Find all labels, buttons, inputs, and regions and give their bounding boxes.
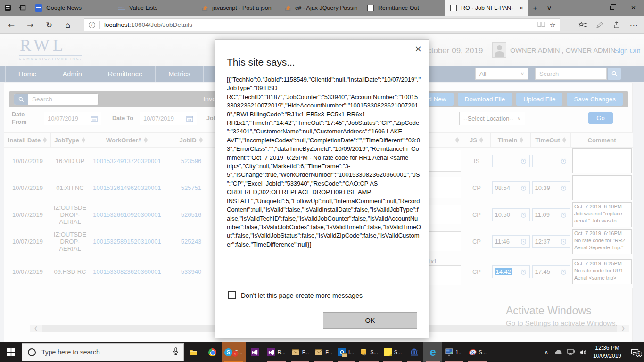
browser-tab-bar: Google News RWL Value Lists javascript -… xyxy=(0,0,644,16)
tab-close-icon[interactable]: × xyxy=(517,4,523,12)
volume-icon[interactable] xyxy=(577,342,589,362)
share-icon[interactable] xyxy=(608,16,625,34)
browser-tab-value-lists[interactable]: RWL Value Lists xyxy=(113,0,196,16)
onedrive-icon[interactable] xyxy=(553,342,565,362)
browser-tab-remittance-out[interactable]: Remittance Out xyxy=(362,0,445,16)
minimize-button[interactable]: − xyxy=(580,0,602,16)
visual-studio-icon xyxy=(251,348,259,356)
reading-view-icon[interactable] xyxy=(537,21,545,29)
clock[interactable]: 12:36 PM 10/09/2019 xyxy=(589,344,625,360)
screen: Google News RWL Value Lists javascript -… xyxy=(0,0,644,362)
sql-database-icon xyxy=(360,348,368,356)
dialog-close-icon[interactable]: × xyxy=(414,43,422,54)
outlook-button[interactable]: OI... xyxy=(335,342,357,362)
dialog-title: This site says... xyxy=(227,57,295,68)
restore-icon xyxy=(610,6,614,10)
bank-icon xyxy=(410,348,418,356)
action-center-button[interactable]: 1 xyxy=(625,348,644,356)
more-options-icon[interactable]: ⋯ xyxy=(625,16,642,34)
mail-window-button-2[interactable]: F... xyxy=(312,342,335,362)
forward-icon[interactable]: → xyxy=(22,16,39,34)
clock-date: 10/09/2019 xyxy=(593,352,621,360)
microphone-icon[interactable] xyxy=(173,347,179,357)
rwl-favicon: RWL xyxy=(118,4,125,12)
window-controls: − × xyxy=(580,0,644,16)
tab-label: Google News xyxy=(46,5,82,11)
tray-expand-icon[interactable]: ∧ xyxy=(540,342,553,362)
notification-badge: 1 xyxy=(636,351,642,357)
edge-icon: e xyxy=(430,346,436,358)
clock-time: 12:36 PM xyxy=(593,344,621,352)
divider xyxy=(99,21,100,29)
windows-logo-icon xyxy=(7,348,15,356)
stackoverflow-icon xyxy=(284,4,291,12)
browser-tab-google-news[interactable]: Google News xyxy=(30,0,113,16)
sticky-note-icon xyxy=(384,348,392,356)
tab-label: Remittance Out xyxy=(378,5,419,11)
chrome-icon xyxy=(208,348,216,356)
suppress-messages-row: Don't let this page create more messages xyxy=(228,291,363,299)
divider xyxy=(226,284,419,284)
taskbar-search-input[interactable] xyxy=(41,348,168,356)
home-icon[interactable]: ⌂ xyxy=(59,16,76,34)
tabs-aside-icon[interactable] xyxy=(2,0,13,16)
tab-label: c# - Ajax JQuery Passin xyxy=(295,5,357,11)
activate-windows-watermark: Activate Windows Go to Settings to activ… xyxy=(506,304,618,327)
suppress-messages-checkbox[interactable] xyxy=(228,291,236,299)
site-info-icon[interactable]: i xyxy=(89,22,95,28)
envelope-icon xyxy=(291,349,300,355)
visual-studio-button[interactable] xyxy=(246,342,264,362)
edge-button[interactable]: e xyxy=(423,342,442,362)
skype-badge: 1 xyxy=(232,351,238,357)
browser-tab-csharp-ajax[interactable]: c# - Ajax JQuery Passin xyxy=(279,0,362,16)
page-icon xyxy=(450,4,457,12)
taskbar-search[interactable] xyxy=(22,343,184,361)
suppress-messages-label: Don't let this page create more messages xyxy=(241,292,363,299)
start-button[interactable] xyxy=(0,342,22,362)
url-field[interactable]: i localhost :10604/Job/JobDetails ☆ xyxy=(84,18,560,31)
scissors-icon xyxy=(469,348,477,356)
outlook-icon: O xyxy=(338,348,346,356)
browser-tab-active-ro-job[interactable]: RO - Job NFL-PAN- × xyxy=(445,0,528,16)
skype-button[interactable]: S 1 S... xyxy=(222,342,246,362)
remote-window-button[interactable]: 1... xyxy=(442,342,465,362)
url-host: localhost xyxy=(104,21,129,28)
ok-button[interactable]: OK xyxy=(323,312,417,329)
mail-window-button-1[interactable]: F... xyxy=(289,342,312,362)
tab-preview-icon[interactable] xyxy=(17,0,28,16)
cortana-icon[interactable] xyxy=(28,348,36,356)
tab-label: RO - Job NFL-PAN- xyxy=(461,5,513,11)
visual-studio-window-button[interactable]: R... xyxy=(264,342,289,362)
google-news-icon xyxy=(35,4,42,12)
skype-icon: S xyxy=(224,348,232,356)
restore-button[interactable] xyxy=(602,0,623,16)
tab-list-chevron-icon[interactable]: ∨ xyxy=(542,0,556,16)
sticky-notes-button[interactable]: S... xyxy=(381,342,405,362)
close-window-button[interactable]: × xyxy=(623,0,644,16)
file-explorer-button[interactable] xyxy=(184,342,203,362)
snipping-tool-button[interactable]: S... xyxy=(466,342,490,362)
monitor-icon xyxy=(445,348,453,356)
page-icon xyxy=(367,4,374,12)
visual-studio-icon xyxy=(267,348,275,356)
chrome-button[interactable] xyxy=(203,342,222,362)
bank-app-button[interactable] xyxy=(405,342,423,362)
tab-label: javascript - Post a json xyxy=(212,5,272,11)
add-favorite-star-icon[interactable]: ☆ xyxy=(550,21,556,29)
favorites-hub-icon[interactable] xyxy=(574,16,591,34)
windows-taskbar: S 1 S... R... F... F... OI... S... S... … xyxy=(0,342,644,362)
browser-tab-javascript-post[interactable]: javascript - Post a json xyxy=(196,0,279,16)
new-tab-button[interactable]: + xyxy=(528,0,542,16)
tab-label: Value Lists xyxy=(129,5,157,11)
envelope-icon xyxy=(314,349,323,355)
folder-icon xyxy=(189,349,198,356)
annotate-pen-icon[interactable] xyxy=(591,16,608,34)
stackoverflow-icon xyxy=(201,4,208,12)
sql-server-button[interactable]: S... xyxy=(357,342,381,362)
refresh-icon[interactable]: ↻ xyxy=(41,16,58,34)
url-path: :10604/Job/JobDetails xyxy=(129,21,192,28)
network-icon[interactable] xyxy=(565,342,577,362)
back-icon[interactable]: ← xyxy=(3,16,20,34)
system-tray: ∧ 12:36 PM 10/09/2019 1 xyxy=(540,342,644,362)
browser-address-bar: ← → ↻ ⌂ i localhost :10604/Job/JobDetail… xyxy=(0,16,644,34)
